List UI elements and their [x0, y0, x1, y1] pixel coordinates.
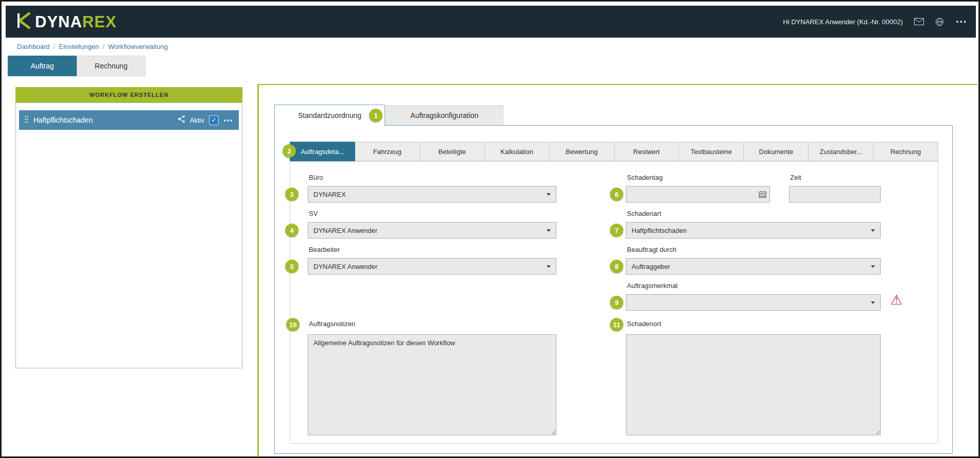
workflow-erstellen-button[interactable]: WORKFLOW ERSTELLEN — [15, 87, 242, 103]
tab-auftrag[interactable]: Auftrag — [8, 56, 77, 76]
subtab-kalkulation[interactable]: Kalkulation — [484, 142, 550, 161]
step-badge-9: 9 — [610, 296, 623, 309]
breadcrumb-dashboard[interactable]: Dashboard — [17, 43, 50, 50]
schadenort-textarea[interactable] — [626, 334, 881, 435]
auftragsmerkmal-field: Auftragsmerkmal — [626, 282, 881, 311]
step-badge-5: 5 — [285, 260, 299, 273]
topbar-right: Hi DYNAREX Anwender (Kd.-Nr. 00002) ⋯ — [783, 16, 967, 27]
step-badge-3: 3 — [285, 188, 299, 201]
subtab-bar: Auftragsdeta... Fahrzeug Beteiligte Kalk… — [290, 142, 938, 161]
item-menu-icon[interactable]: ⋯ — [223, 115, 234, 125]
auftragsnotizen-label: Auftragsnotizen — [308, 320, 556, 329]
breadcrumb-separator: / — [102, 43, 104, 50]
breadcrumb-workflowverwaltung[interactable]: Workflowverwaltung — [108, 43, 168, 50]
share-icon[interactable] — [178, 115, 185, 125]
user-greeting: Hi DYNAREX Anwender (Kd.-Nr. 00002) — [783, 18, 903, 26]
workflow-list: Haftpflichtschaden Aktiv ✓ ⋯ — [15, 103, 242, 368]
app-window: DYNAREX Hi DYNAREX Anwender (Kd.-Nr. 000… — [0, 0, 980, 458]
auftragsmerkmal-select[interactable] — [626, 294, 881, 311]
chevron-down-icon — [547, 265, 551, 268]
aktiv-checkbox[interactable]: ✓ — [209, 115, 219, 125]
sv-value: DYNAREX Anwender — [313, 227, 377, 234]
schadenart-select[interactable]: Haftpflichtschaden — [626, 222, 881, 239]
auftragsnotizen-field: Auftragsnotizen Allgemeine Auftragsnotiz… — [308, 320, 556, 435]
logo-text: DYNAREX — [35, 14, 117, 30]
mail-icon[interactable] — [914, 18, 924, 25]
subtab-fahrzeug[interactable]: Fahrzeug — [355, 142, 420, 161]
step-badge-6: 6 — [610, 188, 623, 201]
step-badge-4: 4 — [285, 224, 299, 237]
warning-icon: ⚠ — [890, 293, 902, 307]
logo: DYNAREX — [16, 12, 117, 31]
beauftragt-durch-select[interactable]: Auftraggeber — [626, 258, 881, 275]
aktiv-label: Aktiv — [190, 116, 204, 124]
tab-rechnung[interactable]: Rechnung — [77, 56, 146, 76]
beauftragt-durch-label: Beauftragt durch — [626, 246, 881, 255]
bearbeiter-value: DYNAREX Anwender — [313, 263, 377, 270]
pane-divider — [257, 84, 259, 456]
step-badge-11: 11 — [610, 318, 623, 331]
subtab-beteiligte[interactable]: Beteiligte — [419, 142, 485, 161]
chevron-down-icon — [871, 301, 875, 304]
chevron-down-icon — [547, 229, 551, 232]
main-tab-bar: Auftrag Rechnung — [8, 56, 146, 76]
chevron-down-icon — [871, 265, 875, 268]
subtab-auftragsdetails[interactable]: Auftragsdeta... — [290, 142, 355, 161]
globe-icon[interactable] — [935, 18, 944, 26]
buero-label: Büro — [308, 174, 556, 183]
schadenart-field: Schadenart Haftpflichtschaden — [626, 210, 881, 239]
zeit-input[interactable] — [789, 186, 881, 202]
subtab-bewertung[interactable]: Bewertung — [549, 142, 615, 161]
workflow-list-item-haftpflichtschaden[interactable]: Haftpflichtschaden Aktiv ✓ ⋯ — [19, 110, 239, 130]
buero-select[interactable]: DYNAREX — [308, 186, 556, 202]
step-badge-10: 10 — [286, 318, 300, 331]
logo-text-suffix: REX — [82, 13, 117, 31]
subtab-restwert[interactable]: Restwert — [614, 142, 679, 161]
zeit-label: Zeit — [789, 174, 881, 183]
step-badge-2: 2 — [283, 144, 296, 158]
step-badge-8: 8 — [610, 260, 623, 273]
schadentag-input[interactable] — [626, 186, 770, 202]
beauftragt-durch-field: Beauftragt durch Auftraggeber — [626, 246, 881, 275]
chevron-down-icon — [871, 229, 875, 232]
bearbeiter-select[interactable]: DYNAREX Anwender — [308, 258, 556, 275]
auftragsnotizen-textarea[interactable]: Allgemeine Auftragsnotizen für diesen Wo… — [308, 334, 556, 435]
more-options-icon[interactable]: ⋯ — [955, 16, 967, 27]
beauftragt-durch-value: Auftraggeber — [632, 263, 670, 270]
breadcrumb-einstellungen[interactable]: Einstellungen — [59, 43, 99, 50]
check-icon: ✓ — [211, 116, 216, 124]
breadcrumb-separator: / — [54, 43, 56, 50]
logo-text-prefix: DYNA — [35, 13, 82, 31]
logo-icon — [16, 12, 31, 31]
subtab-zustandsbericht[interactable]: Zustandsber... — [808, 142, 873, 161]
buero-field: Büro DYNAREX — [308, 174, 556, 202]
tab-auftragskonfiguration[interactable]: Auftragskonfiguration — [386, 105, 503, 126]
schadentag-field: Schadentag — [626, 174, 770, 202]
tab-standardzuordnung[interactable]: Standardzuordnung — [274, 105, 385, 126]
auftragsmerkmal-label: Auftragsmerkmal — [626, 282, 881, 291]
subtab-rechnung[interactable]: Rechnung — [873, 142, 938, 161]
schadentag-label: Schadentag — [626, 174, 770, 183]
sv-label: SV — [308, 210, 556, 219]
workflow-item-label: Haftpflichtschaden — [33, 116, 173, 124]
bearbeiter-label: Bearbeiter — [308, 246, 556, 255]
drag-handle-icon[interactable] — [24, 115, 29, 126]
bearbeiter-field: Bearbeiter DYNAREX Anwender — [308, 246, 556, 275]
step-badge-1: 1 — [369, 109, 382, 122]
topbar: DYNAREX Hi DYNAREX Anwender (Kd.-Nr. 000… — [6, 6, 976, 38]
zeit-field: Zeit — [789, 174, 881, 202]
breadcrumb: Dashboard / Einstellungen / Workflowverw… — [17, 43, 168, 50]
buero-value: DYNAREX — [313, 191, 346, 198]
subtab-textbausteine[interactable]: Textbausteine — [678, 142, 744, 161]
pane-top-border — [257, 84, 977, 85]
schadenort-field: Schadenort — [626, 320, 881, 435]
subtab-dokumente[interactable]: Dokumente — [743, 142, 809, 161]
schadenart-label: Schadenart — [626, 210, 881, 219]
sv-select[interactable]: DYNAREX Anwender — [308, 222, 556, 239]
sv-field: SV DYNAREX Anwender — [308, 210, 556, 239]
chevron-down-icon — [547, 193, 551, 196]
step-badge-7: 7 — [610, 224, 623, 237]
calendar-icon[interactable] — [759, 191, 766, 198]
schadenart-value: Haftpflichtschaden — [632, 227, 687, 234]
schadenort-label: Schadenort — [626, 320, 881, 329]
